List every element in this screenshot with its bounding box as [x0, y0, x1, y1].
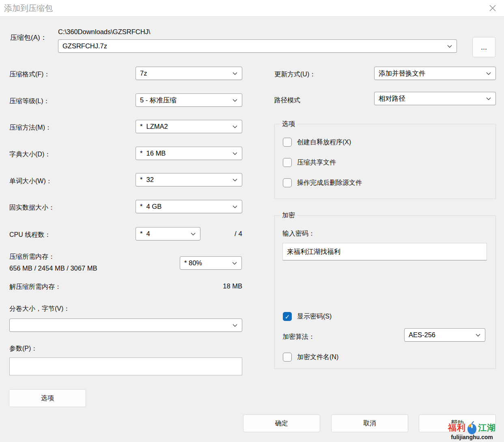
- volume-size-label: 分卷大小，字节(V)：: [9, 304, 70, 313]
- checkbox-icon[interactable]: [283, 353, 292, 362]
- solid-block-label: 固实数据大小：: [9, 203, 55, 212]
- chevron-down-icon: [232, 177, 238, 183]
- method-label: 压缩方法(M)：: [9, 123, 52, 132]
- ok-button[interactable]: 确定: [243, 414, 320, 432]
- chevron-down-icon: [190, 231, 196, 237]
- format-combobox[interactable]: 7z: [136, 67, 242, 80]
- method-combobox[interactable]: * LZMA2: [136, 120, 242, 133]
- chevron-down-icon: [232, 97, 238, 104]
- update-mode-combobox[interactable]: 添加并替换文件: [374, 67, 496, 80]
- encryption-group: 加密: [274, 215, 496, 369]
- format-label: 压缩格式(F)：: [9, 70, 50, 78]
- checkbox-shared-files[interactable]: 压缩共享文件: [283, 158, 336, 167]
- chevron-down-icon: [446, 43, 453, 50]
- path-mode-combobox[interactable]: 相对路径: [374, 92, 496, 105]
- parameters-input[interactable]: [9, 358, 242, 375]
- checkbox-show-password[interactable]: 显示密码(S): [283, 312, 332, 321]
- chevron-down-icon: [232, 204, 238, 210]
- chevron-down-icon: [232, 124, 238, 130]
- chevron-down-icon: [475, 332, 481, 338]
- watermark-text-right: 江湖: [478, 422, 496, 433]
- checkbox-delete-after[interactable]: 操作完成后删除源文件: [283, 178, 362, 187]
- password-value: 来福利江湖找福利: [287, 247, 340, 256]
- update-mode-value: 添加并替换文件: [379, 69, 485, 78]
- titlebar: 添加到压缩包: [0, 0, 504, 17]
- browse-button[interactable]: ...: [472, 37, 495, 57]
- checkbox-icon[interactable]: [283, 138, 292, 147]
- chevron-down-icon: [231, 260, 238, 266]
- watermark-logo: 福利 江湖 fulijianghu.com: [442, 421, 502, 440]
- chevron-down-icon: [232, 322, 238, 329]
- watermark-url: fulijianghu.com: [442, 434, 502, 440]
- memory-compress-label: 压缩所需内存：: [9, 252, 55, 261]
- method-value: * LZMA2: [140, 123, 232, 130]
- checkbox-label: 加密文件名(N): [297, 353, 338, 362]
- chevron-down-icon: [232, 70, 238, 77]
- close-button[interactable]: [486, 2, 499, 15]
- chevron-down-icon: [485, 70, 492, 77]
- options-group-legend: 选项: [280, 120, 297, 128]
- archive-name-combobox[interactable]: GZSRFCHJ.7z: [58, 39, 457, 53]
- cpu-threads-value: * 4: [140, 230, 190, 238]
- memory-percent-value: * 80%: [184, 259, 231, 267]
- dictionary-value: * 16 MB: [140, 150, 232, 157]
- archive-path: C:\360Downloads\GZSRFCHJ\: [58, 28, 150, 36]
- parameters-label: 参数(P)：: [9, 344, 37, 353]
- dialog-title: 添加到压缩包: [4, 3, 53, 14]
- memory-decompress-label: 解压缩所需内存：: [9, 282, 61, 291]
- checkbox-icon[interactable]: [283, 312, 292, 321]
- level-value: 5 - 标准压缩: [140, 96, 232, 105]
- cpu-threads-max: / 4: [219, 230, 242, 238]
- archive-name-value: GZSRFCHJ.7z: [62, 42, 446, 50]
- encryption-method-combobox[interactable]: AES-256: [404, 328, 485, 342]
- cpu-threads-combobox[interactable]: * 4: [136, 227, 200, 240]
- word-size-combobox[interactable]: * 32: [136, 173, 242, 186]
- solid-block-combobox[interactable]: * 4 GB: [136, 200, 242, 213]
- encryption-group-legend: 加密: [280, 211, 297, 220]
- encryption-method-label: 加密算法：: [282, 332, 315, 341]
- add-to-archive-dialog: 添加到压缩包 压缩包(A)： C:\360Downloads\GZSRFCHJ\…: [0, 0, 504, 442]
- chevron-down-icon: [232, 150, 238, 157]
- close-icon: [489, 4, 497, 12]
- checkbox-icon[interactable]: [283, 178, 292, 187]
- solid-block-value: * 4 GB: [140, 203, 232, 210]
- checkbox-create-sfx[interactable]: 创建自释放程序(X): [283, 138, 351, 147]
- checkbox-label: 操作完成后删除源文件: [297, 179, 362, 187]
- encryption-method-value: AES-256: [409, 331, 475, 339]
- word-size-label: 单词大小(W)：: [9, 177, 52, 185]
- checkbox-label: 压缩共享文件: [297, 158, 336, 167]
- checkbox-encrypt-names[interactable]: 加密文件名(N): [283, 353, 338, 362]
- dictionary-label: 字典大小(D)：: [9, 150, 51, 158]
- level-label: 压缩等级(L)：: [9, 97, 50, 105]
- format-value: 7z: [140, 69, 232, 77]
- path-mode-label: 路径模式: [274, 96, 300, 104]
- mouse-icon: [467, 421, 477, 435]
- chevron-down-icon: [485, 95, 492, 102]
- password-label: 输入密码：: [282, 229, 315, 238]
- cancel-button[interactable]: 取消: [331, 414, 408, 432]
- options-button[interactable]: 选项: [9, 389, 86, 407]
- update-mode-label: 更新方式(U)：: [274, 70, 316, 78]
- dictionary-combobox[interactable]: * 16 MB: [136, 147, 242, 160]
- password-input[interactable]: 来福利江湖找福利: [282, 243, 487, 260]
- word-size-value: * 32: [140, 176, 232, 184]
- volume-size-combobox[interactable]: [9, 318, 242, 332]
- path-mode-value: 相对路径: [379, 94, 485, 103]
- memory-decompress-value: 18 MB: [202, 282, 242, 290]
- memory-compress-value: 656 MB / 2454 MB / 3067 MB: [9, 264, 97, 272]
- checkbox-label: 显示密码(S): [297, 312, 332, 321]
- checkbox-icon[interactable]: [283, 158, 292, 167]
- checkbox-label: 创建自释放程序(X): [297, 138, 351, 147]
- watermark-text-left: 福利: [448, 422, 466, 433]
- archive-label: 压缩包(A)：: [10, 33, 47, 42]
- level-combobox[interactable]: 5 - 标准压缩: [136, 93, 242, 107]
- cpu-threads-label: CPU 线程数：: [9, 230, 51, 239]
- memory-percent-combobox[interactable]: * 80%: [180, 256, 242, 270]
